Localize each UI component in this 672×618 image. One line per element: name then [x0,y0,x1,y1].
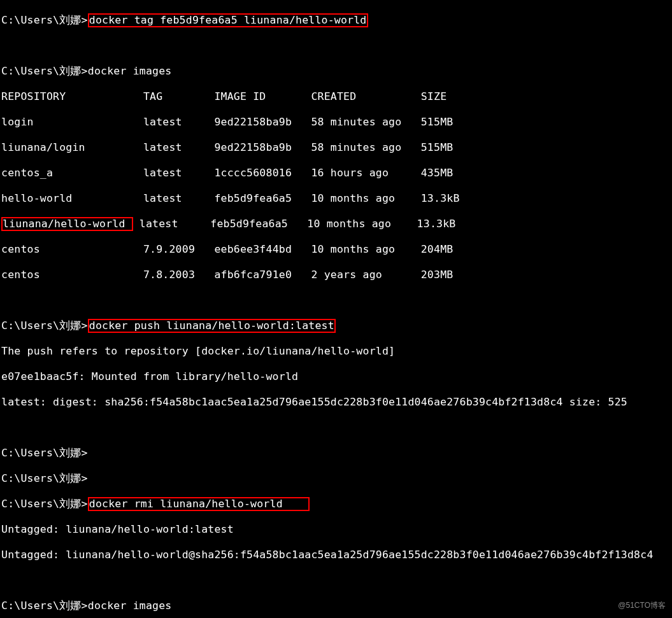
table-header: REPOSITORY TAG IMAGE ID CREATED SIZE [1,90,672,103]
table-row: liunana/login latest 9ed22158ba9b 58 min… [1,141,672,154]
prompt: C:\Users\刘娜> [1,320,88,332]
prompt: C:\Users\刘娜> [1,65,88,77]
output-line: The push refers to repository [docker.io… [1,345,672,358]
terminal-output[interactable]: C:\Users\刘娜>docker tag feb5d9fea6a5 liun… [0,0,672,618]
prompt: C:\Users\刘娜> [1,472,88,484]
cmd-docker-images: docker images [88,65,172,77]
prompt: C:\Users\刘娜> [1,600,88,612]
table-row: centos 7.9.2009 eeb6ee3f44bd 10 months a… [1,243,672,256]
table-row: liunana/hello-world latest feb5d9fea6a5 … [1,218,672,230]
cmd-docker-images: docker images [88,600,172,612]
prompt: C:\Users\刘娜> [1,447,88,459]
output-line: latest: digest: sha256:f54a58bc1aac5ea1a… [1,396,672,409]
highlight-rmi-cmd: docker rmi liunana/hello-world [88,497,310,511]
highlight-push-cmd: docker push liunana/hello-world:latest [88,319,336,333]
watermark: @51CTO博客 [618,599,666,612]
table-row: login latest 9ed22158ba9b 58 minutes ago… [1,116,672,129]
output-line: Untagged: liunana/hello-world@sha256:f54… [1,549,672,561]
table-row: hello-world latest feb5d9fea6a5 10 month… [1,192,672,205]
highlight-new-image: liunana/hello-world [1,217,133,231]
output-line: e07ee1baac5f: Mounted from library/hello… [1,370,672,383]
prompt: C:\Users\刘娜> [1,14,88,26]
output-line: Untagged: liunana/hello-world:latest [1,523,672,536]
table-row: centos 7.8.2003 afb6fca791e0 2 years ago… [1,269,672,281]
prompt: C:\Users\刘娜> [1,498,88,510]
highlight-tag-cmd: docker tag feb5d9fea6a5 liunana/hello-wo… [88,13,368,27]
table-row: centos_a latest 1cccc5608016 16 hours ag… [1,167,672,179]
